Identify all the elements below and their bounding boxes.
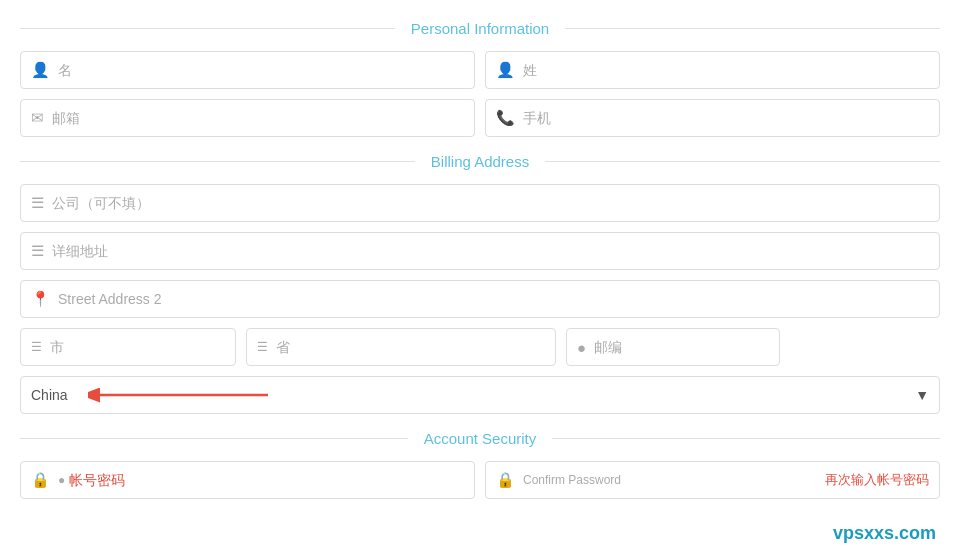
email-input[interactable] [52,110,464,126]
address1-icon: ☰ [31,242,44,260]
phone-field: 📞 [485,99,940,137]
person-icon: 👤 [31,61,50,79]
billing-section-header: Billing Address [20,153,940,170]
zip-field: ● [566,328,780,366]
password-field: 🔒 ● [20,461,475,499]
password-row: 🔒 ● 🔒 Confirm Password 再次输入帐号密码 [20,461,940,499]
country-select[interactable]: China United States United Kingdom [31,387,929,403]
province-input[interactable] [276,339,545,355]
billing-line-right [545,161,940,162]
company-input[interactable] [52,195,929,211]
address2-field: 📍 [20,280,940,318]
first-name-input[interactable] [58,62,464,78]
personal-contact-row: ✉ 📞 [20,99,940,137]
watermark-text: vpsxxs.com [833,523,936,529]
zip-icon: ● [577,339,586,356]
address2-row: 📍 [20,280,940,318]
security-line-right [552,438,940,439]
security-section-title: Account Security [408,430,553,447]
province-field: ☰ [246,328,556,366]
phone-icon: 📞 [496,109,515,127]
password-input[interactable] [69,472,464,488]
billing-section-title: Billing Address [415,153,545,170]
city-field: ☰ [20,328,236,366]
address1-row: ☰ [20,232,940,270]
personal-section-header: Personal Information [20,20,940,37]
city-province-zip-row: ☰ ☰ ● [20,328,940,366]
security-section-header: Account Security [20,430,940,447]
address1-field: ☰ [20,232,940,270]
watermark-container: vpsxxs.com [833,523,936,529]
last-name-field: 👤 [485,51,940,89]
last-name-input[interactable] [523,62,929,78]
confirm-label: Confirm Password [523,473,621,487]
company-icon: ☰ [31,194,44,212]
city-input[interactable] [50,339,225,355]
address2-icon: 📍 [31,290,50,308]
personal-section-title: Personal Information [395,20,565,37]
person-icon-2: 👤 [496,61,515,79]
header-line-left [20,28,395,29]
province-icon: ☰ [257,340,268,354]
confirm-hint-text: 再次输入帐号密码 [825,471,929,489]
company-row: ☰ [20,184,940,222]
billing-line-left [20,161,415,162]
lock-icon-2: 🔒 [496,471,515,489]
email-icon: ✉ [31,109,44,127]
personal-name-row: 👤 👤 [20,51,940,89]
confirm-password-field: 🔒 Confirm Password 再次输入帐号密码 [485,461,940,499]
address1-input[interactable] [52,243,929,259]
lock-icon: 🔒 [31,471,50,489]
city-icon: ☰ [31,340,42,354]
header-line-right [565,28,940,29]
confirm-password-input[interactable] [627,472,819,488]
phone-input[interactable] [523,110,929,126]
password-dots: ● [58,473,65,487]
country-row: China United States United Kingdom ▼ [20,376,940,414]
zip-input[interactable] [594,339,769,355]
country-select-wrapper: China United States United Kingdom ▼ [20,376,940,414]
first-name-field: 👤 [20,51,475,89]
company-field: ☰ [20,184,940,222]
address2-input[interactable] [58,291,929,307]
email-field: ✉ [20,99,475,137]
security-line-left [20,438,408,439]
